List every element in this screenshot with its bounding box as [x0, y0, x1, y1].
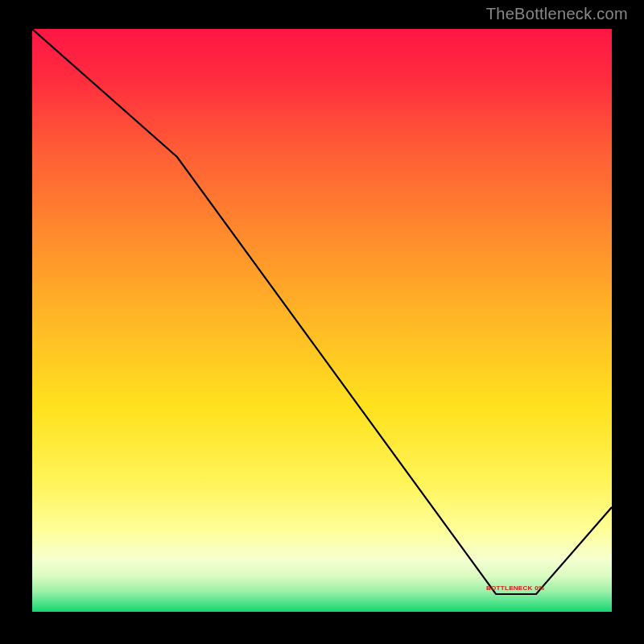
attribution-text: TheBottleneck.com	[486, 5, 628, 23]
gradient-background	[32, 29, 612, 612]
chart-svg	[32, 29, 612, 612]
chart-plot-area: BOTTLENECK 0%	[32, 29, 612, 612]
optimal-label: BOTTLENECK 0%	[486, 584, 544, 592]
